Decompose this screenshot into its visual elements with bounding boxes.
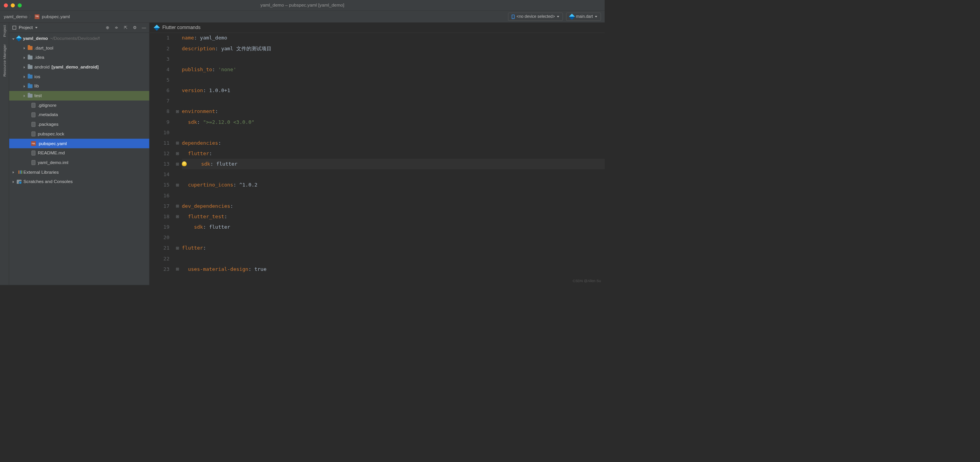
tree-folder[interactable]: .dart_tool: [9, 43, 149, 53]
fold-marker-icon[interactable]: [176, 184, 179, 187]
code-line[interactable]: sdk: ">=2.12.0 <3.0.0": [182, 117, 605, 127]
code-line[interactable]: dependencies:: [182, 138, 605, 148]
arrow-right-icon[interactable]: [23, 93, 26, 99]
fold-marker-icon[interactable]: [176, 152, 179, 155]
code-line[interactable]: version: 1.0.0+1: [182, 85, 605, 96]
code-content[interactable]: name: yaml_demodescription: yaml 文件的测试项目…: [179, 33, 605, 285]
gear-icon[interactable]: ⚙: [132, 26, 137, 30]
code-line[interactable]: cupertino_icons: ^1.0.2: [182, 180, 605, 190]
tree-folder[interactable]: .idea: [9, 53, 149, 62]
code-line[interactable]: flutter:: [182, 148, 605, 159]
line-number[interactable]: 12: [150, 148, 170, 159]
code-line[interactable]: sdk: flutter: [182, 222, 605, 232]
line-number[interactable]: 9: [150, 117, 170, 127]
device-selector[interactable]: <no device selected>: [508, 12, 563, 21]
line-number[interactable]: 6: [150, 85, 170, 96]
line-number[interactable]: 10: [150, 127, 170, 138]
code-line[interactable]: [182, 190, 605, 201]
minimize-window-button[interactable]: [11, 3, 15, 7]
line-number[interactable]: 4: [150, 64, 170, 75]
code-line[interactable]: environment:: [182, 106, 605, 117]
tree-file[interactable]: YMLpubspec.yaml: [9, 139, 149, 148]
locate-icon[interactable]: ⊕: [105, 26, 110, 30]
line-number[interactable]: 22: [150, 253, 170, 264]
fold-marker-icon[interactable]: [176, 247, 179, 250]
line-number[interactable]: 7: [150, 96, 170, 106]
code-line[interactable]: flutter_test:: [182, 211, 605, 222]
project-tool-tab[interactable]: Project: [2, 25, 7, 37]
code-line[interactable]: publish_to: 'none': [182, 64, 605, 75]
fold-marker-icon[interactable]: [176, 163, 179, 165]
arrow-right-icon[interactable]: [23, 84, 26, 89]
code-line[interactable]: [182, 75, 605, 85]
code-line[interactable]: sdk: flutter: [182, 159, 605, 169]
arrow-down-icon[interactable]: [12, 36, 15, 41]
line-number[interactable]: 20: [150, 232, 170, 243]
line-number[interactable]: 5: [150, 75, 170, 85]
tree-root[interactable]: yaml_demo ~/Documents/Dev/code/f: [9, 34, 149, 43]
breadcrumb-project[interactable]: yaml_demo: [4, 14, 28, 19]
code-line[interactable]: description: yaml 文件的测试项目: [182, 43, 605, 54]
code-editor[interactable]: 1234567891011121314151617181920212223 na…: [150, 33, 605, 285]
line-number[interactable]: 14: [150, 169, 170, 180]
code-line[interactable]: name: yaml_demo: [182, 33, 605, 43]
line-number[interactable]: 16: [150, 190, 170, 201]
fold-marker-icon[interactable]: [176, 215, 179, 218]
fold-marker-icon[interactable]: [176, 205, 179, 207]
arrow-right-icon[interactable]: [12, 179, 15, 185]
code-line[interactable]: [182, 96, 605, 106]
code-line[interactable]: [182, 232, 605, 243]
tree-file[interactable]: .packages: [9, 120, 149, 129]
editor-notification-bar[interactable]: Flutter commands: [150, 23, 605, 33]
close-window-button[interactable]: [4, 3, 8, 7]
tree-file[interactable]: .metadata: [9, 110, 149, 120]
line-number[interactable]: 15: [150, 180, 170, 190]
line-number[interactable]: 2: [150, 43, 170, 54]
project-panel-title[interactable]: Project: [19, 25, 33, 30]
chevron-down-icon[interactable]: [35, 27, 38, 28]
line-number[interactable]: 19: [150, 222, 170, 232]
line-number[interactable]: 17: [150, 201, 170, 211]
tree-scratches[interactable]: Scratches and Consoles: [9, 177, 149, 187]
line-number[interactable]: 11: [150, 138, 170, 148]
line-number[interactable]: 3: [150, 54, 170, 64]
resource-manager-tool-tab[interactable]: Resource Manager: [2, 44, 7, 77]
arrow-right-icon[interactable]: [23, 55, 26, 60]
code-line[interactable]: [182, 253, 605, 264]
arrow-right-icon[interactable]: [23, 74, 26, 79]
tree-file[interactable]: .gitignore: [9, 101, 149, 110]
code-line[interactable]: [182, 54, 605, 64]
run-config-selector[interactable]: main.dart: [566, 12, 601, 21]
line-number[interactable]: 8: [150, 106, 170, 117]
collapse-all-icon[interactable]: ⇱: [124, 26, 128, 30]
line-number[interactable]: 23: [150, 264, 170, 274]
line-number[interactable]: 18: [150, 211, 170, 222]
breadcrumb-file[interactable]: pubspec.yaml: [42, 14, 70, 19]
hide-panel-icon[interactable]: —: [142, 26, 146, 30]
line-number[interactable]: 13: [150, 159, 170, 169]
maximize-window-button[interactable]: [18, 3, 22, 7]
tree-file[interactable]: pubspec.lock: [9, 129, 149, 139]
fold-marker-icon[interactable]: [176, 142, 179, 144]
tree-folder[interactable]: android [yaml_demo_android]: [9, 62, 149, 72]
fold-marker-icon[interactable]: [176, 268, 179, 270]
tree-folder[interactable]: lib: [9, 81, 149, 91]
arrow-right-icon[interactable]: [12, 169, 15, 175]
tree-folder[interactable]: ios: [9, 72, 149, 82]
code-line[interactable]: [182, 169, 605, 180]
fold-marker-icon[interactable]: [176, 110, 179, 113]
tree-external-libs[interactable]: External Libraries: [9, 168, 149, 177]
arrow-right-icon[interactable]: [23, 45, 26, 51]
code-line[interactable]: [182, 127, 605, 138]
arrow-right-icon[interactable]: [23, 65, 26, 70]
lightbulb-icon[interactable]: [182, 161, 187, 166]
tree-folder[interactable]: test: [9, 91, 149, 101]
line-number[interactable]: 21: [150, 243, 170, 253]
tree-file[interactable]: README.md: [9, 148, 149, 158]
line-number[interactable]: 1: [150, 33, 170, 43]
code-line[interactable]: uses-material-design: true: [182, 264, 605, 274]
code-line[interactable]: dev_dependencies:: [182, 201, 605, 211]
tree-file[interactable]: yaml_demo.iml: [9, 158, 149, 168]
code-line[interactable]: flutter:: [182, 243, 605, 253]
expand-all-icon[interactable]: ≑: [115, 26, 119, 30]
